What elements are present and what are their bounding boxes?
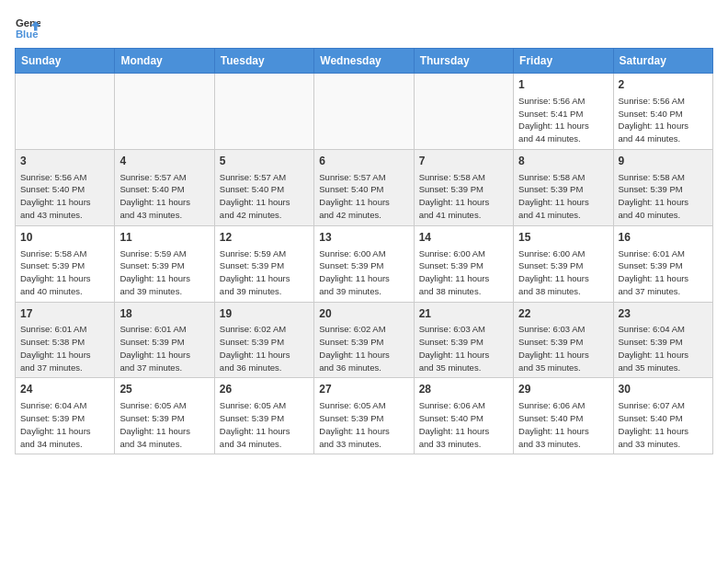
day-info: Sunrise: 6:04 AM Sunset: 5:39 PM Dayligh… <box>20 399 109 450</box>
day-info: Sunrise: 5:56 AM Sunset: 5:41 PM Dayligh… <box>518 95 608 145</box>
calendar-cell: 21Sunrise: 6:03 AM Sunset: 5:39 PM Dayli… <box>414 302 513 378</box>
calendar-cell <box>414 74 513 150</box>
day-info: Sunrise: 5:59 AM Sunset: 5:39 PM Dayligh… <box>220 247 309 298</box>
calendar-cell: 20Sunrise: 6:02 AM Sunset: 5:39 PM Dayli… <box>314 302 414 378</box>
day-info: Sunrise: 6:04 AM Sunset: 5:39 PM Dayligh… <box>619 323 708 373</box>
calendar-cell: 29Sunrise: 6:06 AM Sunset: 5:40 PM Dayli… <box>514 378 613 454</box>
calendar-cell: 18Sunrise: 6:01 AM Sunset: 5:39 PM Dayli… <box>115 302 214 378</box>
day-info: Sunrise: 6:05 AM Sunset: 5:39 PM Dayligh… <box>119 399 209 450</box>
calendar-cell: 5Sunrise: 5:57 AM Sunset: 5:40 PM Daylig… <box>214 149 313 225</box>
calendar-cell: 13Sunrise: 6:00 AM Sunset: 5:39 PM Dayli… <box>314 225 414 302</box>
day-number: 7 <box>419 154 508 169</box>
day-number: 25 <box>119 382 209 397</box>
day-number: 19 <box>220 306 309 322</box>
calendar-row-5: 24Sunrise: 6:04 AM Sunset: 5:39 PM Dayli… <box>16 378 713 454</box>
calendar-cell: 30Sunrise: 6:07 AM Sunset: 5:40 PM Dayli… <box>613 378 712 454</box>
day-number: 14 <box>419 230 508 246</box>
day-info: Sunrise: 5:58 AM Sunset: 5:39 PM Dayligh… <box>419 171 508 222</box>
day-number: 9 <box>619 154 708 169</box>
day-info: Sunrise: 6:00 AM Sunset: 5:39 PM Dayligh… <box>419 247 508 298</box>
day-number: 16 <box>619 230 708 246</box>
calendar-cell: 2Sunrise: 5:56 AM Sunset: 5:40 PM Daylig… <box>613 74 712 150</box>
weekday-header-thursday: Thursday <box>414 49 513 74</box>
weekday-header-saturday: Saturday <box>613 49 712 74</box>
calendar-cell: 14Sunrise: 6:00 AM Sunset: 5:39 PM Dayli… <box>414 225 513 302</box>
day-number: 28 <box>419 382 508 397</box>
day-number: 29 <box>518 382 608 397</box>
calendar-cell: 25Sunrise: 6:05 AM Sunset: 5:39 PM Dayli… <box>115 378 214 454</box>
logo-icon: General Blue <box>15 15 40 40</box>
day-info: Sunrise: 6:03 AM Sunset: 5:39 PM Dayligh… <box>518 323 608 373</box>
day-info: Sunrise: 6:01 AM Sunset: 5:38 PM Dayligh… <box>20 323 109 373</box>
calendar-cell: 12Sunrise: 5:59 AM Sunset: 5:39 PM Dayli… <box>214 225 313 302</box>
day-number: 10 <box>20 230 109 246</box>
calendar-cell: 19Sunrise: 6:02 AM Sunset: 5:39 PM Dayli… <box>214 302 313 378</box>
day-info: Sunrise: 6:01 AM Sunset: 5:39 PM Dayligh… <box>119 323 209 373</box>
day-info: Sunrise: 5:57 AM Sunset: 5:40 PM Dayligh… <box>319 171 408 222</box>
calendar-cell: 6Sunrise: 5:57 AM Sunset: 5:40 PM Daylig… <box>314 149 414 225</box>
calendar-row-2: 3Sunrise: 5:56 AM Sunset: 5:40 PM Daylig… <box>16 149 713 225</box>
calendar-cell: 28Sunrise: 6:06 AM Sunset: 5:40 PM Dayli… <box>414 378 513 454</box>
calendar-cell: 27Sunrise: 6:05 AM Sunset: 5:39 PM Dayli… <box>314 378 414 454</box>
calendar-cell: 22Sunrise: 6:03 AM Sunset: 5:39 PM Dayli… <box>514 302 613 378</box>
logo: General Blue <box>15 15 42 40</box>
day-info: Sunrise: 6:01 AM Sunset: 5:39 PM Dayligh… <box>619 247 708 298</box>
day-number: 24 <box>20 382 109 397</box>
day-number: 20 <box>319 306 408 322</box>
weekday-header-row: SundayMondayTuesdayWednesdayThursdayFrid… <box>16 49 713 74</box>
day-info: Sunrise: 6:07 AM Sunset: 5:40 PM Dayligh… <box>619 399 708 450</box>
calendar-cell: 16Sunrise: 6:01 AM Sunset: 5:39 PM Dayli… <box>613 225 712 302</box>
day-info: Sunrise: 5:58 AM Sunset: 5:39 PM Dayligh… <box>619 171 708 222</box>
calendar-cell: 26Sunrise: 6:05 AM Sunset: 5:39 PM Dayli… <box>214 378 313 454</box>
calendar-cell: 8Sunrise: 5:58 AM Sunset: 5:39 PM Daylig… <box>514 149 613 225</box>
calendar-table: SundayMondayTuesdayWednesdayThursdayFrid… <box>15 48 713 454</box>
calendar-cell: 15Sunrise: 6:00 AM Sunset: 5:39 PM Dayli… <box>514 225 613 302</box>
day-number: 6 <box>319 154 408 169</box>
weekday-header-friday: Friday <box>514 49 613 74</box>
day-info: Sunrise: 5:58 AM Sunset: 5:39 PM Dayligh… <box>20 247 109 298</box>
day-info: Sunrise: 6:02 AM Sunset: 5:39 PM Dayligh… <box>319 323 408 373</box>
day-info: Sunrise: 6:00 AM Sunset: 5:39 PM Dayligh… <box>518 247 608 298</box>
day-number: 4 <box>119 154 209 169</box>
calendar-row-4: 17Sunrise: 6:01 AM Sunset: 5:38 PM Dayli… <box>16 302 713 378</box>
day-number: 21 <box>419 306 508 322</box>
day-number: 8 <box>518 154 608 169</box>
day-number: 5 <box>220 154 309 169</box>
day-number: 12 <box>220 230 309 246</box>
day-number: 2 <box>619 77 708 93</box>
day-number: 11 <box>119 230 209 246</box>
day-number: 22 <box>518 306 608 322</box>
day-info: Sunrise: 5:57 AM Sunset: 5:40 PM Dayligh… <box>220 171 309 222</box>
day-info: Sunrise: 5:59 AM Sunset: 5:39 PM Dayligh… <box>119 247 209 298</box>
weekday-header-monday: Monday <box>115 49 214 74</box>
day-number: 23 <box>619 306 708 322</box>
page-header: General Blue <box>15 15 713 40</box>
calendar-row-1: 1Sunrise: 5:56 AM Sunset: 5:41 PM Daylig… <box>16 74 713 150</box>
day-info: Sunrise: 5:58 AM Sunset: 5:39 PM Dayligh… <box>518 171 608 222</box>
calendar-cell: 24Sunrise: 6:04 AM Sunset: 5:39 PM Dayli… <box>16 378 115 454</box>
calendar-cell: 10Sunrise: 5:58 AM Sunset: 5:39 PM Dayli… <box>16 225 115 302</box>
day-number: 1 <box>518 77 608 93</box>
day-number: 30 <box>619 382 708 397</box>
day-info: Sunrise: 6:06 AM Sunset: 5:40 PM Dayligh… <box>419 399 508 450</box>
weekday-header-sunday: Sunday <box>16 49 115 74</box>
day-number: 18 <box>119 306 209 322</box>
day-info: Sunrise: 6:00 AM Sunset: 5:39 PM Dayligh… <box>319 247 408 298</box>
calendar-cell <box>214 74 313 150</box>
day-info: Sunrise: 6:06 AM Sunset: 5:40 PM Dayligh… <box>518 399 608 450</box>
calendar-cell: 4Sunrise: 5:57 AM Sunset: 5:40 PM Daylig… <box>115 149 214 225</box>
calendar-cell: 17Sunrise: 6:01 AM Sunset: 5:38 PM Dayli… <box>16 302 115 378</box>
calendar-cell: 3Sunrise: 5:56 AM Sunset: 5:40 PM Daylig… <box>16 149 115 225</box>
calendar-cell <box>314 74 414 150</box>
day-number: 3 <box>20 154 109 169</box>
calendar-cell: 11Sunrise: 5:59 AM Sunset: 5:39 PM Dayli… <box>115 225 214 302</box>
calendar-cell <box>115 74 214 150</box>
weekday-header-tuesday: Tuesday <box>214 49 313 74</box>
day-info: Sunrise: 6:05 AM Sunset: 5:39 PM Dayligh… <box>319 399 408 450</box>
day-info: Sunrise: 5:56 AM Sunset: 5:40 PM Dayligh… <box>20 171 109 222</box>
day-number: 15 <box>518 230 608 246</box>
day-number: 13 <box>319 230 408 246</box>
day-info: Sunrise: 5:57 AM Sunset: 5:40 PM Dayligh… <box>119 171 209 222</box>
day-number: 17 <box>20 306 109 322</box>
calendar-cell: 1Sunrise: 5:56 AM Sunset: 5:41 PM Daylig… <box>514 74 613 150</box>
